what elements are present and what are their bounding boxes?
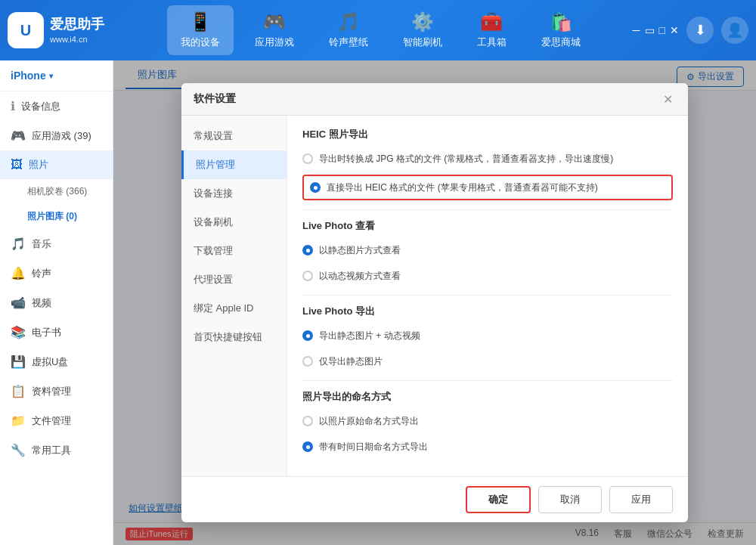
- dialog-body: 常规设置 照片管理 设备连接 设备刷机 下载管理: [181, 116, 688, 476]
- sidebar-item-udisk[interactable]: 💾 虚拟U盘: [0, 347, 113, 376]
- dialog-sidebar-shortcuts[interactable]: 首页快捷键按钮: [181, 323, 287, 351]
- live-static-option[interactable]: 以静态图片方式查看: [302, 240, 673, 260]
- apps-icon: 🎮: [263, 11, 286, 33]
- live-video-option[interactable]: 以动态视频方式查看: [302, 266, 673, 286]
- store-icon: 🛍️: [550, 11, 572, 33]
- restore-icon[interactable]: ▭: [645, 24, 655, 36]
- live-export-both-option[interactable]: 导出静态图片 + 动态视频: [302, 326, 673, 345]
- live-static-radio[interactable]: [302, 245, 313, 255]
- toolbox-icon: 🧰: [480, 11, 503, 33]
- music-icon: 🎵: [11, 237, 26, 251]
- nav-flash[interactable]: ⚙️ 智能刷机: [389, 5, 456, 55]
- dialog-sidebar-apple-id[interactable]: 绑定 Apple ID: [181, 294, 287, 323]
- settings-dialog: 软件设置 ✕ 常规设置 照片管理 设备连接: [181, 83, 688, 522]
- heic-direct-radio[interactable]: [310, 182, 321, 193]
- sidebar-item-ringtone[interactable]: 🔔 铃声: [0, 259, 113, 288]
- dialog-title: 软件设置: [194, 92, 236, 106]
- nav-apps[interactable]: 🎮 应用游戏: [241, 5, 308, 55]
- name-datetime-radio[interactable]: [302, 441, 313, 452]
- dialog-sidebar-device-flash[interactable]: 设备刷机: [181, 208, 287, 237]
- apps-sidebar-icon: 🎮: [11, 129, 26, 143]
- live-export-static-radio[interactable]: [302, 356, 313, 367]
- dialog-overlay: 软件设置 ✕ 常规设置 照片管理 设备连接: [113, 60, 756, 545]
- naming-group: 以照片原始命名方式导出 带有时间日期命名方式导出: [302, 411, 673, 457]
- dialog-sidebar-download[interactable]: 下载管理: [181, 237, 287, 265]
- sidebar-item-music[interactable]: 🎵 音乐: [0, 229, 113, 259]
- divider-3: [302, 380, 673, 381]
- nav-right: ⬇ 👤: [686, 17, 748, 44]
- photos-sub: 相机胶卷 (366) 照片图库 (0): [0, 179, 113, 229]
- livephoto-export-group: 导出静态图片 + 动态视频 仅导出静态图片: [302, 326, 673, 371]
- flash-icon: ⚙️: [411, 11, 434, 33]
- naming-title: 照片导出的命名方式: [302, 390, 673, 404]
- download-btn[interactable]: ⬇: [686, 17, 714, 44]
- files-icon: 📁: [11, 413, 26, 428]
- name-original-option[interactable]: 以照片原始命名方式导出: [302, 411, 673, 431]
- minimize-icon[interactable]: ─: [633, 24, 640, 36]
- udisk-icon: 💾: [11, 355, 26, 369]
- data-icon: 📋: [11, 384, 26, 398]
- content-area: 照片图库 共 1 个图库 ⚙ 导出设置 软件设置 ✕: [113, 60, 756, 545]
- info-icon: ℹ: [11, 99, 15, 113]
- ringtone-icon: 🎵: [337, 11, 360, 33]
- sidebar-item-apps[interactable]: 🎮 应用游戏 (39): [0, 121, 113, 150]
- nav-ringtone[interactable]: 🎵 铃声壁纸: [315, 5, 382, 55]
- livephoto-export-title: Live Photo 导出: [302, 305, 673, 318]
- live-export-static-option[interactable]: 仅导出静态图片: [302, 351, 673, 371]
- video-icon: 📹: [11, 296, 26, 310]
- dialog-sidebar-general[interactable]: 常规设置: [181, 122, 287, 150]
- live-video-radio[interactable]: [302, 271, 313, 281]
- nav-toolbox[interactable]: 🧰 工具箱: [463, 5, 520, 55]
- sidebar-item-device-info[interactable]: ℹ 设备信息: [0, 91, 113, 121]
- nav-store[interactable]: 🛍️ 爱思商城: [528, 5, 594, 55]
- dialog-content: HEIC 照片导出 导出时转换成 JPG 格式的文件 (常规格式，普通查看器支持…: [287, 116, 688, 476]
- heic-jpg-option[interactable]: 导出时转换成 JPG 格式的文件 (常规格式，普通查看器支持，导出速度慢): [302, 149, 673, 169]
- device-icon: 📱: [189, 11, 212, 33]
- apply-button[interactable]: 应用: [609, 486, 673, 513]
- dialog-header: 软件设置 ✕: [181, 83, 688, 116]
- dialog-sidebar: 常规设置 照片管理 设备连接 设备刷机 下载管理: [181, 116, 287, 476]
- livephoto-view-group: 以静态图片方式查看 以动态视频方式查看: [302, 240, 673, 286]
- photos-icon: 🖼: [11, 158, 23, 172]
- window-controls: ─ ▭ □ ✕: [633, 24, 679, 36]
- confirm-button[interactable]: 确定: [466, 486, 531, 513]
- name-original-radio[interactable]: [302, 416, 313, 426]
- cancel-button[interactable]: 取消: [538, 486, 602, 513]
- divider-2: [302, 295, 673, 296]
- dialog-footer: 确定 取消 应用: [181, 476, 688, 522]
- sidebar-item-tools[interactable]: 🔧 常用工具: [0, 435, 113, 465]
- nav-items: 📱 我的设备 🎮 应用游戏 🎵 铃声壁纸 ⚙️ 智能刷机 🧰 工具箱 🛍️ 爱思…: [129, 5, 633, 55]
- user-btn[interactable]: 👤: [721, 17, 748, 44]
- dialog-close-button[interactable]: ✕: [659, 91, 676, 107]
- logo-area: U 爱思助手 www.i4.cn: [8, 12, 129, 48]
- sidebar-photo-library[interactable]: 照片图库 (0): [27, 204, 113, 229]
- nav-my-device[interactable]: 📱 我的设备: [167, 5, 234, 55]
- ringtone-sidebar-icon: 🔔: [11, 266, 26, 280]
- sidebar-item-ebook[interactable]: 📚 电子书: [0, 317, 113, 347]
- heic-radio-group: 导出时转换成 JPG 格式的文件 (常规格式，普通查看器支持，导出速度慢) 直接…: [302, 149, 673, 200]
- close-icon[interactable]: ✕: [670, 24, 679, 36]
- main-layout: iPhone ▾ ℹ 设备信息 🎮 应用游戏 (39) 🖼 照片 相机胶卷 (3…: [0, 60, 756, 545]
- name-datetime-option[interactable]: 带有时间日期命名方式导出: [302, 437, 673, 457]
- sidebar-item-data[interactable]: 📋 资料管理: [0, 376, 113, 406]
- logo-text: 爱思助手 www.i4.cn: [50, 15, 104, 46]
- sidebar-item-video[interactable]: 📹 视频: [0, 288, 113, 317]
- live-export-both-radio[interactable]: [302, 330, 313, 341]
- tools-icon: 🔧: [11, 443, 26, 457]
- sidebar-device[interactable]: iPhone ▾: [0, 60, 113, 91]
- livephoto-view-title: Live Photo 查看: [302, 219, 673, 233]
- top-nav: U 爱思助手 www.i4.cn 📱 我的设备 🎮 应用游戏 🎵 铃声壁纸 ⚙️…: [0, 0, 756, 60]
- sidebar-item-photos[interactable]: 🖼 照片: [0, 150, 113, 179]
- sidebar-item-files[interactable]: 📁 文件管理: [0, 406, 113, 435]
- dialog-sidebar-device-connect[interactable]: 设备连接: [181, 179, 287, 208]
- dialog-sidebar-proxy[interactable]: 代理设置: [181, 265, 287, 294]
- heic-jpg-radio[interactable]: [302, 153, 313, 164]
- sidebar: iPhone ▾ ℹ 设备信息 🎮 应用游戏 (39) 🖼 照片 相机胶卷 (3…: [0, 60, 113, 545]
- maximize-icon[interactable]: □: [659, 24, 665, 36]
- logo-icon: U: [8, 12, 44, 48]
- sidebar-camera-roll[interactable]: 相机胶卷 (366): [27, 179, 113, 204]
- ebook-icon: 📚: [11, 325, 26, 339]
- dialog-sidebar-photos[interactable]: 照片管理: [181, 150, 287, 179]
- heic-direct-option[interactable]: 直接导出 HEIC 格式的文件 (苹果专用格式，普通查看器可能不支持): [302, 175, 673, 200]
- heic-section-title: HEIC 照片导出: [302, 128, 673, 141]
